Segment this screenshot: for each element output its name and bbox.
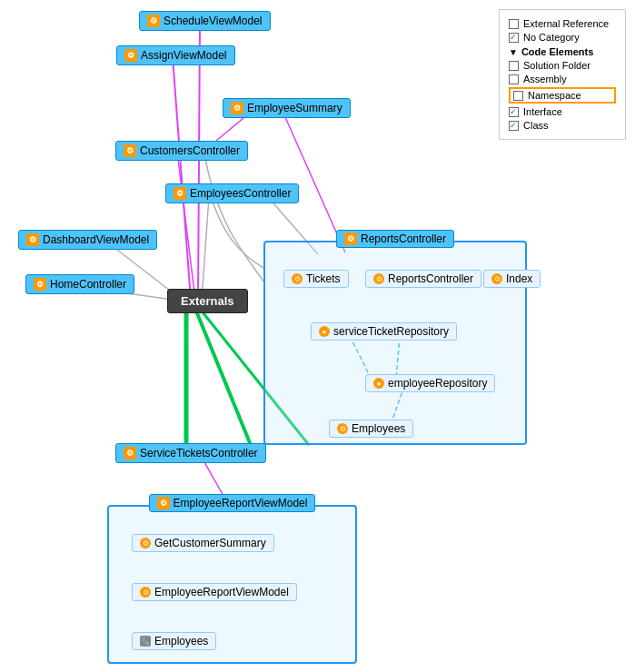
inner-icon: ⚙ — [292, 273, 303, 284]
node-icon: ⚙ — [124, 144, 136, 157]
node-label: ServiceTicketsController — [140, 447, 258, 460]
namespace-label: Namespace — [528, 90, 581, 101]
inner-label: EmployeeReportViewModel — [154, 586, 289, 598]
section-label: Code Elements — [521, 46, 593, 57]
get-customer-summary-node[interactable]: ⚙ GetCustomerSummary — [132, 534, 274, 552]
inner-icon: 🔧 — [140, 636, 151, 647]
legend-namespace: Namespace — [509, 87, 616, 104]
assembly-checkbox[interactable] — [509, 74, 519, 84]
reports-controller-container: ⚙ ReportsController ⚙ Tickets ⚙ ReportsC… — [263, 241, 527, 445]
legend-no-category: No Category — [509, 32, 616, 43]
node-label: HomeController — [50, 278, 126, 291]
inner-icon: ⚙ — [373, 273, 384, 284]
externals-label: Externals — [181, 294, 234, 308]
svg-line-2 — [177, 152, 195, 300]
inner-icon: ⚙ — [491, 273, 502, 284]
externals-node[interactable]: Externals — [167, 289, 248, 313]
inner-label: employeeRepository — [388, 377, 487, 390]
no-category-label: No Category — [523, 32, 580, 43]
tickets-inner-node[interactable]: ⚙ Tickets — [283, 270, 349, 288]
employee-repo-inner-node[interactable]: ● employeeRepository — [365, 374, 495, 392]
interface-checkbox[interactable] — [509, 107, 519, 117]
diagram-container: ⚙ ScheduleViewModel ⚙ AssignViewModel ⚙ … — [0, 0, 635, 672]
legend-external-ref: External Reference — [509, 18, 616, 29]
node-icon: ⚙ — [124, 447, 136, 460]
node-label: ScheduleViewModel — [164, 15, 263, 27]
namespace-checkbox[interactable] — [513, 91, 523, 101]
svg-line-1 — [173, 57, 191, 300]
node-icon: ⚙ — [34, 278, 46, 291]
node-icon: ⚙ — [231, 102, 243, 114]
employee-report-view-model-title[interactable]: ⚙ EmployeeReportViewModel — [149, 494, 316, 512]
inner-label: GetCustomerSummary — [154, 537, 266, 549]
legend-class: Class — [509, 120, 616, 131]
service-ticket-repo-inner-node[interactable]: ● serviceTicketRepository — [311, 322, 457, 341]
employee-report-vm-inner-node[interactable]: ⚙ EmployeeReportViewModel — [132, 583, 297, 601]
node-icon: ⚙ — [124, 49, 137, 62]
container-label: ReportsController — [361, 232, 446, 245]
customers-controller-node[interactable]: ⚙ CustomersController — [115, 141, 248, 161]
employees-bottom-inner-node[interactable]: 🔧 Employees — [132, 632, 216, 650]
assign-view-model-node[interactable]: ⚙ AssignViewModel — [116, 45, 235, 65]
inner-icon: ● — [373, 378, 384, 389]
legend-assembly: Assembly — [509, 74, 616, 84]
inner-icon: ⚙ — [140, 587, 151, 598]
legend-solution-folder: Solution Folder — [509, 60, 616, 71]
inner-icon: ● — [319, 326, 330, 337]
node-label: DashboardViewModel — [43, 233, 149, 246]
legend-interface: Interface — [509, 106, 616, 117]
employee-summary-node[interactable]: ⚙ EmployeeSummary — [223, 98, 351, 118]
reports-controller-inner-node[interactable]: ⚙ ReportsController — [365, 270, 481, 288]
home-controller-node[interactable]: ⚙ HomeController — [25, 274, 134, 294]
schedule-view-model-node[interactable]: ⚙ ScheduleViewModel — [139, 11, 271, 31]
node-label: EmployeeSummary — [247, 102, 342, 114]
node-icon: ⚙ — [174, 187, 186, 200]
dashboard-view-model-node[interactable]: ⚙ DashboardViewModel — [18, 230, 157, 250]
index-inner-node[interactable]: ⚙ Index — [483, 270, 541, 288]
employee-report-view-model-container: ⚙ EmployeeReportViewModel ⚙ GetCustomerS… — [107, 505, 357, 664]
inner-label: serviceTicketRepository — [333, 325, 449, 338]
external-ref-checkbox[interactable] — [509, 19, 519, 29]
node-icon: ⚙ — [147, 15, 160, 27]
node-icon: ⚙ — [344, 232, 357, 245]
inner-label: Index — [506, 272, 532, 285]
service-tickets-controller-node[interactable]: ⚙ ServiceTicketsController — [115, 443, 266, 463]
inner-icon: ⚙ — [337, 423, 348, 434]
inner-icon: ⚙ — [140, 538, 151, 548]
node-label: CustomersController — [140, 144, 240, 157]
node-label: AssignViewModel — [141, 49, 227, 62]
no-category-checkbox[interactable] — [509, 33, 519, 43]
solution-folder-label: Solution Folder — [523, 60, 590, 71]
assembly-label: Assembly — [523, 74, 567, 84]
class-checkbox[interactable] — [509, 121, 519, 131]
legend-code-elements-section: ▼ Code Elements — [509, 46, 616, 57]
external-ref-label: External Reference — [523, 18, 609, 29]
container-label: EmployeeReportViewModel — [174, 497, 308, 509]
section-arrow[interactable]: ▼ — [509, 47, 518, 57]
inner-label: ReportsController — [388, 272, 473, 285]
solution-folder-checkbox[interactable] — [509, 61, 519, 71]
interface-label: Interface — [523, 106, 562, 117]
node-icon: ⚙ — [157, 497, 170, 509]
node-label: EmployeesController — [190, 187, 291, 200]
node-icon: ⚙ — [26, 233, 39, 246]
svg-line-3 — [202, 197, 209, 300]
inner-label: Employees — [154, 635, 208, 647]
employees-controller-node[interactable]: ⚙ EmployeesController — [165, 183, 299, 203]
employees-inner-node[interactable]: ⚙ Employees — [329, 420, 413, 438]
inner-label: Tickets — [306, 272, 341, 285]
class-label: Class — [523, 120, 549, 131]
inner-label: Employees — [352, 422, 405, 435]
svg-line-7 — [195, 309, 254, 454]
legend-panel: External Reference No Category ▼ Code El… — [499, 9, 626, 140]
reports-controller-title[interactable]: ⚙ ReportsController — [336, 230, 454, 248]
